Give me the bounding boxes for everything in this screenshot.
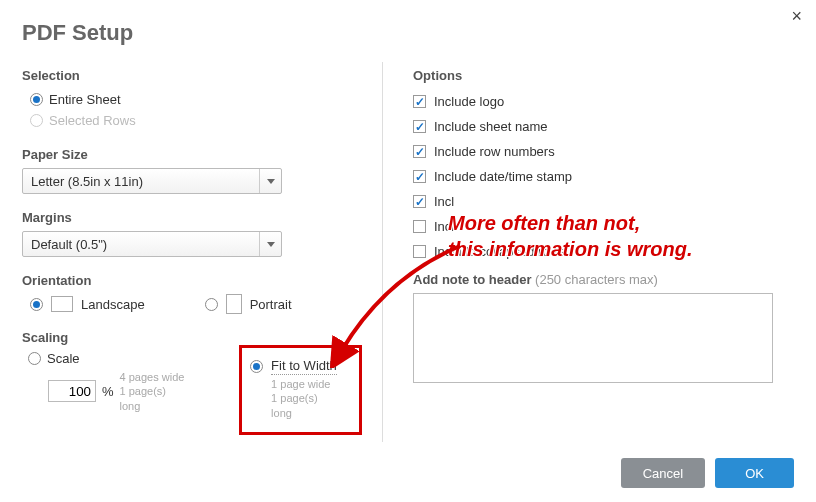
checkbox-label: Include row numbers — [434, 144, 555, 159]
scaling-section: Scaling Scale % 4 pages wide 1 page( — [22, 330, 362, 435]
cancel-button[interactable]: Cancel — [621, 458, 705, 488]
checkbox-label: Include logo — [434, 94, 504, 109]
right-column: Options Include logo Include sheet name … — [383, 68, 794, 451]
radio-label: Entire Sheet — [49, 92, 121, 107]
scaling-head: Scaling — [22, 330, 362, 345]
ok-button[interactable]: OK — [715, 458, 794, 488]
checkbox-include-sheet-name[interactable]: Include sheet name — [413, 114, 794, 139]
radio-icon — [28, 352, 41, 365]
radio-scale[interactable]: Scale — [28, 351, 189, 366]
select-value: Default (0.5") — [31, 237, 107, 252]
radio-label: Selected Rows — [49, 113, 136, 128]
scale-input[interactable] — [48, 380, 96, 402]
checkbox-include-logo[interactable]: Include logo — [413, 89, 794, 114]
checkbox-icon — [413, 195, 426, 208]
checkbox-icon — [413, 220, 426, 233]
portrait-page-icon — [226, 294, 242, 314]
paper-size-section: Paper Size Letter (8.5in x 11in) — [22, 147, 362, 194]
paper-size-select[interactable]: Letter (8.5in x 11in) — [22, 168, 282, 194]
checkbox-icon — [413, 145, 426, 158]
radio-landscape[interactable]: Landscape — [30, 296, 145, 312]
checkbox-label: Incl — [434, 219, 454, 234]
note-header-label: Add note to header (250 characters max) — [413, 272, 794, 287]
radio-selected-rows: Selected Rows — [22, 110, 362, 131]
radio-icon — [30, 114, 43, 127]
paper-size-head: Paper Size — [22, 147, 362, 162]
dialog-title: PDF Setup — [22, 20, 794, 46]
fit-info: 1 page wide 1 page(s) long — [271, 377, 341, 420]
scale-label: Scale — [47, 351, 80, 366]
radio-icon — [250, 360, 263, 373]
checkbox-icon — [413, 170, 426, 183]
dialog-columns: Selection Entire Sheet Selected Rows Pap… — [22, 68, 794, 451]
margins-select[interactable]: Default (0.5") — [22, 231, 282, 257]
checkbox-label: Incl — [434, 194, 454, 209]
checkbox-include-row-numbers[interactable]: Include row numbers — [413, 139, 794, 164]
radio-label: Landscape — [81, 297, 145, 312]
chevron-down-icon — [259, 232, 281, 256]
selection-section: Selection Entire Sheet Selected Rows — [22, 68, 362, 131]
checkbox-icon — [413, 120, 426, 133]
checkbox-icon — [413, 245, 426, 258]
scale-info: 4 pages wide 1 page(s) long — [120, 370, 190, 413]
checkbox-include-collapsed-rows[interactable]: Include collapsed rows — [413, 239, 794, 264]
options-head: Options — [413, 68, 794, 83]
pdf-setup-dialog: × PDF Setup Selection Entire Sheet Selec… — [0, 0, 816, 502]
checkbox-label: Include date/time stamp — [434, 169, 572, 184]
margins-section: Margins Default (0.5") — [22, 210, 362, 257]
fit-to-width-highlight: Fit to Width 1 page wide 1 page(s) long — [239, 345, 362, 435]
radio-portrait[interactable]: Portrait — [205, 294, 292, 314]
close-icon[interactable]: × — [791, 6, 802, 27]
radio-entire-sheet[interactable]: Entire Sheet — [22, 89, 362, 110]
selection-head: Selection — [22, 68, 362, 83]
margins-head: Margins — [22, 210, 362, 225]
checkbox-label: Include sheet name — [434, 119, 547, 134]
orientation-head: Orientation — [22, 273, 362, 288]
checkbox-obscured-2[interactable]: Incl — [413, 214, 794, 239]
landscape-page-icon — [51, 296, 73, 312]
radio-icon — [30, 93, 43, 106]
checkbox-obscured-1[interactable]: Incl — [413, 189, 794, 214]
dialog-footer: Cancel OK — [621, 458, 794, 488]
fit-label: Fit to Width — [271, 358, 337, 375]
scale-option: Scale % 4 pages wide 1 page(s) long — [28, 351, 189, 435]
checkbox-label: Include collapsed rows — [434, 244, 566, 259]
percent-label: % — [102, 384, 114, 399]
chevron-down-icon — [259, 169, 281, 193]
note-textarea[interactable] — [413, 293, 773, 383]
left-column: Selection Entire Sheet Selected Rows Pap… — [22, 68, 382, 451]
select-value: Letter (8.5in x 11in) — [31, 174, 143, 189]
radio-icon — [30, 298, 43, 311]
orientation-section: Orientation Landscape Portrait — [22, 273, 362, 314]
checkbox-icon — [413, 95, 426, 108]
checkbox-include-date-time[interactable]: Include date/time stamp — [413, 164, 794, 189]
radio-fit-to-width[interactable]: Fit to Width — [250, 358, 341, 375]
radio-icon — [205, 298, 218, 311]
radio-label: Portrait — [250, 297, 292, 312]
